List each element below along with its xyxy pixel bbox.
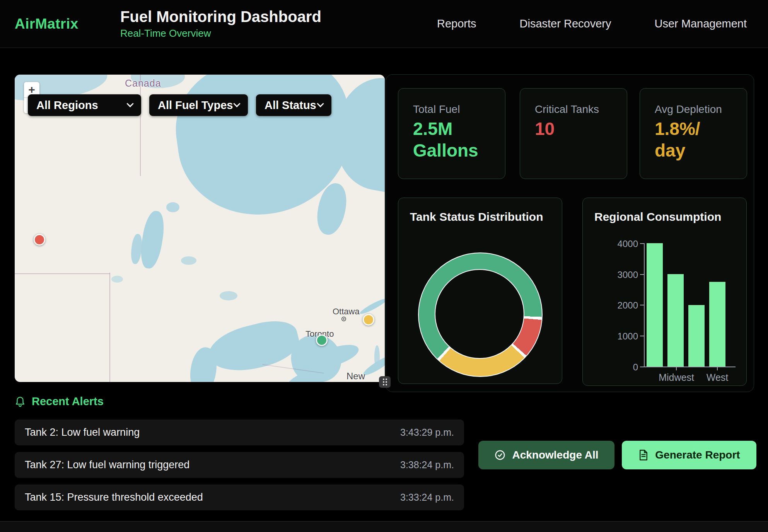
map-lake-manitoba: [130, 234, 143, 264]
map-river: [358, 297, 385, 316]
map-small-lake: [166, 202, 179, 212]
consumption-bar: [688, 305, 705, 367]
y-tick-label: 0: [615, 362, 638, 373]
fuel-type-filter-value: All Fuel Types: [158, 99, 233, 112]
tank-status-title: Tank Status Distribution: [410, 210, 562, 223]
nav-reports[interactable]: Reports: [437, 17, 476, 30]
consumption-bar: [709, 282, 725, 367]
stat-label: Avg Depletion: [655, 103, 747, 116]
map-label-ottawa: Ottawa: [333, 307, 360, 317]
map-border-line: [109, 273, 110, 382]
generate-report-label: Generate Report: [655, 449, 740, 461]
regional-consumption-chart: 0 1000 2000 3000 4000 Midwest West: [583, 198, 747, 386]
chevron-down-icon: [126, 100, 133, 107]
regional-consumption-card: Regional Consumption 0 1000 2000 3000 40…: [582, 198, 747, 386]
next-section-edge: [0, 521, 768, 532]
map-small-lake: [220, 291, 237, 300]
chevron-down-icon: [317, 100, 324, 107]
map-small-lake: [181, 256, 196, 265]
tank-marker-critical[interactable]: [34, 234, 45, 246]
y-tick-label: 2000: [615, 300, 638, 311]
stat-value: 1.8%/day: [655, 118, 747, 161]
stat-label: Total Fuel: [413, 103, 505, 116]
region-filter-select[interactable]: All Regions: [28, 94, 141, 116]
recent-alerts-header: Recent Alerts: [15, 395, 104, 408]
consumption-bar: [647, 243, 663, 367]
map-lake-winnipeg: [138, 210, 167, 270]
map-border-line: [140, 75, 141, 176]
acknowledge-all-button[interactable]: Acknowledge All: [478, 441, 614, 469]
stat-card-avg-depletion: Avg Depletion 1.8%/day: [640, 88, 747, 179]
recent-alerts-title: Recent Alerts: [32, 395, 104, 408]
map-water-ny: [374, 345, 380, 368]
page-title: Fuel Monitoring Dashboard: [120, 8, 321, 25]
alert-message: Tank 2: Low fuel warning: [25, 426, 140, 438]
x-label-west: West: [707, 372, 729, 383]
alert-row[interactable]: Tank 15: Pressure threshold exceeded 3:3…: [15, 484, 464, 510]
alert-time: 3:38:24 p.m.: [400, 459, 454, 471]
main-nav: Reports Disaster Recovery User Managemen…: [437, 17, 747, 30]
document-icon: [638, 449, 649, 461]
alert-message: Tank 27: Low fuel warning triggered: [25, 459, 189, 471]
alert-time: 3:43:29 p.m.: [400, 427, 454, 438]
alert-message: Tank 15: Pressure threshold exceeded: [25, 491, 203, 503]
map-resize-handle-icon[interactable]: [379, 376, 391, 388]
chevron-down-icon: [233, 100, 240, 107]
map-lake-superior: [204, 315, 303, 379]
tank-marker-normal[interactable]: [316, 334, 328, 346]
tank-status-card: Tank Status Distribution: [398, 198, 562, 384]
map-label-canada: Canada: [125, 78, 161, 89]
y-tick-label: 1000: [615, 331, 638, 342]
status-filter-value: All Status: [265, 99, 316, 112]
stat-value: 10: [535, 118, 627, 140]
y-axis: [644, 243, 645, 367]
y-tick-label: 4000: [615, 239, 638, 249]
page-subtitle: Real-Time Overview: [120, 27, 321, 39]
tank-map[interactable]: Canada Ottawa Toronto New York + − All R…: [15, 75, 385, 382]
nav-user-management[interactable]: User Management: [654, 17, 747, 30]
app-header: AirMatrix Fuel Monitoring Dashboard Real…: [0, 0, 768, 48]
alert-row[interactable]: Tank 2: Low fuel warning 3:43:29 p.m.: [15, 419, 464, 445]
consumption-bar: [667, 274, 684, 367]
status-filter-select[interactable]: All Status: [256, 94, 331, 116]
y-tick-label: 3000: [615, 269, 638, 280]
stat-card-total-fuel: Total Fuel 2.5MGallons: [398, 88, 505, 179]
brand-logo: AirMatrix: [15, 16, 79, 32]
stat-value: 2.5MGallons: [413, 118, 505, 161]
bell-icon: [15, 396, 26, 408]
x-axis: [641, 367, 736, 367]
y-tick-mark: [640, 336, 644, 336]
x-tick-mark: [717, 367, 718, 370]
y-tick-mark: [640, 305, 644, 305]
title-block: Fuel Monitoring Dashboard Real-Time Over…: [120, 8, 321, 39]
check-circle-icon: [494, 449, 506, 461]
fuel-type-filter-select[interactable]: All Fuel Types: [149, 94, 248, 116]
metrics-panel: Total Fuel 2.5MGallons Critical Tanks 10…: [386, 74, 754, 392]
stat-label: Critical Tanks: [535, 103, 627, 116]
alert-time: 3:33:24 p.m.: [400, 492, 454, 503]
generate-report-button[interactable]: Generate Report: [622, 441, 756, 469]
fuel-monitoring-dashboard: AirMatrix Fuel Monitoring Dashboard Real…: [0, 0, 768, 532]
stat-card-critical-tanks: Critical Tanks 10: [520, 88, 627, 179]
map-border-line: [15, 273, 110, 274]
map-filter-bar: All Regions All Fuel Types All Status: [28, 94, 331, 116]
nav-disaster-recovery[interactable]: Disaster Recovery: [520, 17, 611, 30]
y-tick-mark: [640, 274, 644, 275]
tank-status-donut: [418, 253, 542, 377]
tank-marker-warning[interactable]: [363, 314, 374, 326]
region-filter-value: All Regions: [36, 99, 98, 112]
map-small-lake: [111, 276, 123, 283]
x-tick-mark: [676, 367, 677, 370]
y-tick-mark: [640, 243, 644, 244]
capital-marker-icon: [341, 317, 346, 321]
acknowledge-all-label: Acknowledge All: [512, 449, 598, 461]
alert-row[interactable]: Tank 27: Low fuel warning triggered 3:38…: [15, 452, 464, 478]
donut-hole: [435, 269, 524, 359]
x-label-midwest: Midwest: [659, 372, 694, 383]
